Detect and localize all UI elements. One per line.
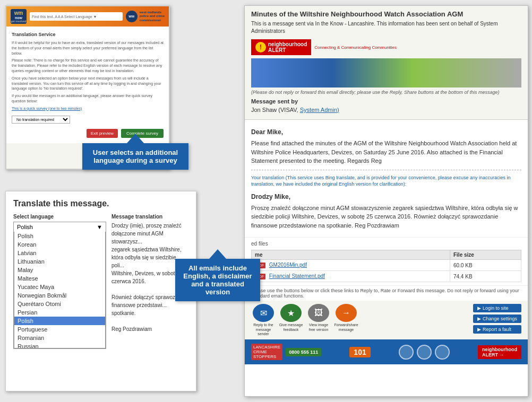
email-body: Dear Mike, Please find attached the minu… <box>245 120 528 237</box>
polish-paragraph: Proszę znaleźć dołączone minut AGM stowa… <box>251 204 521 230</box>
files-table: me File size PDF GM2016Min.pdf 60.0 KB P… <box>251 250 521 282</box>
image-free-button[interactable]: 🖼 View image free version <box>306 304 331 336</box>
logo-sub: get involved <box>11 20 26 23</box>
rate-label: Give message feedback <box>279 323 303 332</box>
survey-link[interactable]: This is a quick survey (one to two minut… <box>12 106 164 111</box>
file-row: PDF Financial Statement.pdf 74.4 KB <box>252 271 521 282</box>
survey-paragraph1: If it would be helpful for you to have a… <box>12 40 164 56</box>
dropdown-arrow-icon: ▼ <box>97 224 102 230</box>
footer-crime-info: LANCASHIRECRIMESTOPPERS 0800 555 111 <box>251 344 321 360</box>
email-panel: Minutes of the Wiltshire Neighbourhood W… <box>244 5 528 397</box>
change-settings-button[interactable]: ▶ Change settings <box>473 314 521 323</box>
email-divider <box>251 170 521 170</box>
footer-badge-2 <box>417 345 432 360</box>
file-row: PDF GM2016Min.pdf 60.0 KB <box>252 260 521 271</box>
image-free-icon: 🖼 <box>308 304 329 322</box>
lang-item-korean[interactable]: Korean <box>14 240 105 249</box>
lang-item-maltese[interactable]: Maltese <box>14 274 105 283</box>
message-translation-label: Message translation <box>111 214 188 220</box>
image-free-label: View image free version <box>306 323 331 332</box>
rate-message-button[interactable]: ★ Give message feedback <box>279 304 303 336</box>
callout-1: User selects an additional language duri… <box>82 143 188 170</box>
police-badge-icon: WM <box>126 11 138 22</box>
survey-title: Translation Service <box>12 32 164 37</box>
alert-brand-text: neighbourhoodALERT <box>268 41 307 53</box>
alert-tagline: Connecting & Communicating Communities <box>314 45 397 50</box>
file-link[interactable]: Financial Statement.pdf <box>269 273 325 279</box>
footer-alert-logo: neighbourhoodALERT → <box>478 345 521 359</box>
login-icon: ▶ <box>477 305 481 311</box>
language-selected-display[interactable]: Polish ▼ <box>14 222 106 232</box>
reply-to-button[interactable]: ✉ Reply to the message sender <box>251 304 276 336</box>
forward-label: Forward/share message <box>334 323 358 332</box>
rate-icon: ★ <box>280 304 302 322</box>
police-logo: WM west midlands police and crime commis… <box>126 11 165 22</box>
reply-label: Reply to the message sender <box>251 323 276 336</box>
file-name-cell: PDF GM2016Min.pdf <box>252 260 450 271</box>
file-size-cell: 74.4 KB <box>450 271 521 282</box>
email-sender-name: Jon Shaw (VISAV, System Admin) <box>251 107 521 113</box>
file-size-cell: 60.0 KB <box>450 260 521 271</box>
footer-101: 101 <box>349 347 370 357</box>
files-col-name: me <box>252 250 450 260</box>
language-select-wrapper[interactable]: Polish ▼ PolishKoreanLatvianLithuanianMa… <box>13 222 106 349</box>
lang-item-portuguese[interactable]: Portuguese <box>14 325 105 334</box>
email-subject: Minutes of the Wiltshire Neighbourhood W… <box>251 10 521 18</box>
lang-item-persian[interactable]: Persian <box>14 308 105 317</box>
translation-line: Reg Pozdrawiam <box>111 325 188 333</box>
survey-select-row: No translation required <box>12 116 164 124</box>
exit-preview-button[interactable]: Exit preview <box>87 129 118 138</box>
forward-button[interactable]: → Forward/share message <box>334 304 358 336</box>
email-paragraph1: Please find attached the minutes of the … <box>251 139 521 165</box>
lang-item-norwegian-bokmål[interactable]: Norwegian Bokmål <box>14 291 105 300</box>
email-meta: This is a message sent via In the Know -… <box>251 20 521 35</box>
police-text: west midlands police and crime commissio… <box>140 11 165 22</box>
crimestoppers-badge: LANCASHIRECRIMESTOPPERS <box>251 344 282 360</box>
email-banner-image <box>251 58 521 88</box>
email-buttons-row: ✉ Reply to the message sender ★ Give mes… <box>245 301 528 339</box>
file-link[interactable]: GM2016Min.pdf <box>269 262 307 268</box>
report-fault-button[interactable]: ▶ Report a fault <box>473 325 521 334</box>
translation-note: Your translation (This service uses Bing… <box>251 174 521 188</box>
lang-item-polish[interactable]: Polish <box>14 317 105 325</box>
lang-item-malay[interactable]: Malay <box>14 266 105 274</box>
lang-item-polish[interactable]: Polish <box>14 232 105 240</box>
footer-badge-1 <box>399 345 414 360</box>
wmnow-logo: wm now get involved <box>11 9 27 24</box>
survey-paragraph2: Please note: There is no charge for this… <box>12 58 164 73</box>
translation-line <box>111 317 188 325</box>
reply-icon: ✉ <box>253 304 274 322</box>
address-bar: Find this text. A A A Select Language ▼ <box>30 12 123 21</box>
footer-alert-text: neighbourhoodALERT → <box>482 347 517 357</box>
translation-select[interactable]: No translation required <box>12 116 70 124</box>
translate-panel: Translate this message. Select language … <box>5 191 196 391</box>
logo-wm: wm <box>14 10 23 16</box>
selected-language-text: Polish <box>17 224 33 230</box>
lang-item-lithuanian[interactable]: Lithuanian <box>14 257 105 266</box>
language-dropdown[interactable]: PolishKoreanLatvianLithuanianMalayMaltes… <box>14 232 106 348</box>
attached-files-title: ed files <box>251 241 521 247</box>
footer-badge-3 <box>435 345 450 360</box>
email-footer: LANCASHIRECRIMESTOPPERS 0800 555 111 101… <box>245 339 528 364</box>
neighbourhood-alert-logo: ! neighbourhoodALERT <box>251 39 311 55</box>
lang-item-yucatec-maya[interactable]: Yucatec Maya <box>14 283 105 291</box>
survey-body: Translation Service If it would be helpf… <box>6 27 169 143</box>
right-action-buttons: ▶ Login to site ▶ Change settings ▶ Repo… <box>473 304 521 336</box>
email-header: Minutes of the Wiltshire Neighbourhood W… <box>245 6 528 120</box>
email-sender-label: Message sent by <box>251 98 521 104</box>
callout-2: All emails include English, a disclaimer… <box>175 259 260 301</box>
lang-item-russian[interactable]: Russian <box>14 342 105 348</box>
system-admin-link[interactable]: System Admin) <box>300 107 339 113</box>
lang-item-latvian[interactable]: Latvian <box>14 249 105 257</box>
lang-item-romanian[interactable]: Romanian <box>14 334 105 342</box>
translation-line: Drodzy (imię), proszę znaleźć dołączone … <box>111 222 188 246</box>
survey-paragraph4: If you would like messages in an additio… <box>12 93 164 104</box>
survey-header: wm now get involved Find this text. A A … <box>6 6 169 27</box>
footer-badges <box>399 345 450 360</box>
lang-item-querétaro-otomi[interactable]: Querétaro Otomi <box>14 300 105 308</box>
login-to-site-button[interactable]: ▶ Login to site <box>473 304 521 312</box>
file-name-cell: PDF Financial Statement.pdf <box>252 271 450 282</box>
email-actions-note: Please use the buttons below or click th… <box>245 285 528 301</box>
fault-icon: ▶ <box>477 327 481 332</box>
email-greeting: Dear Mike, <box>251 127 521 137</box>
